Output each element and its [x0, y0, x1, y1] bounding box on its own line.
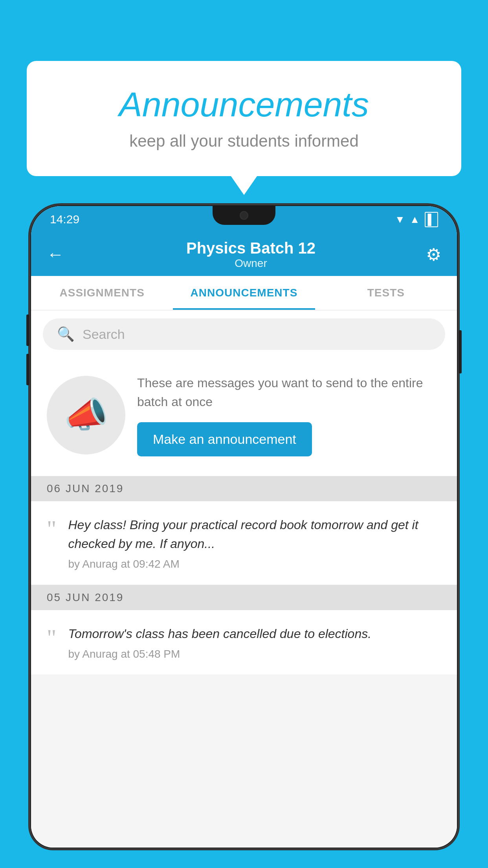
tab-assignments[interactable]: ASSIGNMENTS [31, 276, 173, 310]
tabs-bar: ASSIGNMENTS ANNOUNCEMENTS TESTS [31, 276, 457, 311]
announcement-item-1[interactable]: " Hey class! Bring your practical record… [31, 501, 457, 585]
search-icon: 🔍 [57, 326, 75, 342]
promo-content: These are messages you want to send to t… [137, 373, 441, 456]
announcement-item-2[interactable]: " Tomorrow's class has been cancelled du… [31, 610, 457, 675]
search-input[interactable]: Search [83, 327, 125, 342]
megaphone-icon: 📣 [64, 394, 108, 436]
content-area[interactable]: 🔍 Search 📣 These are messages you want t… [31, 311, 457, 848]
speech-bubble-subtitle: keep all your students informed [58, 132, 430, 151]
notch [213, 206, 275, 225]
status-time: 14:29 [50, 213, 79, 226]
back-button[interactable]: ← [47, 245, 64, 264]
screen-content: 14:29 ▼ ▲ ▌ ← [31, 206, 457, 848]
status-icons: ▼ ▲ ▌ [395, 212, 438, 227]
signal-icon: ▲ [410, 213, 420, 226]
phone-outer: 14:29 ▼ ▲ ▌ ← [29, 204, 459, 849]
promo-card: 📣 These are messages you want to send to… [31, 358, 457, 476]
settings-icon[interactable]: ⚙ [426, 245, 441, 265]
phone-screen: 14:29 ▼ ▲ ▌ ← [31, 206, 457, 848]
announcement-meta-1: by Anurag at 09:42 AM [68, 558, 442, 570]
front-camera [240, 211, 248, 220]
power-button [459, 330, 462, 373]
announcement-message-1: Hey class! Bring your practical record b… [68, 515, 442, 553]
announcement-content-2: Tomorrow's class has been cancelled due … [68, 624, 442, 660]
quote-icon-2: " [47, 626, 57, 660]
announcement-message-2: Tomorrow's class has been cancelled due … [68, 624, 442, 643]
quote-icon-1: " [47, 517, 57, 570]
announcement-content-1: Hey class! Bring your practical record b… [68, 515, 442, 570]
announcement-meta-2: by Anurag at 05:48 PM [68, 648, 442, 660]
volume-up-button [26, 314, 29, 346]
app-bar-title: Physics Batch 12 [76, 239, 426, 257]
date-label-1: 06 JUN 2019 [47, 482, 124, 495]
app-bar-subtitle: Owner [76, 257, 426, 270]
date-label-2: 05 JUN 2019 [47, 591, 124, 603]
app-bar-title-group: Physics Batch 12 Owner [76, 239, 426, 270]
battery-icon: ▌ [425, 212, 438, 227]
wifi-icon: ▼ [395, 213, 405, 226]
tab-announcements[interactable]: ANNOUNCEMENTS [173, 276, 315, 310]
make-announcement-button[interactable]: Make an announcement [137, 422, 312, 456]
date-separator-1: 06 JUN 2019 [31, 476, 457, 501]
status-bar: 14:29 ▼ ▲ ▌ [31, 206, 457, 233]
tab-tests[interactable]: TESTS [315, 276, 457, 310]
promo-description: These are messages you want to send to t… [137, 373, 441, 411]
promo-icon-circle: 📣 [47, 376, 125, 454]
app-bar: ← Physics Batch 12 Owner ⚙ [31, 233, 457, 276]
phone-mockup: 14:29 ▼ ▲ ▌ ← [29, 204, 459, 868]
search-bar[interactable]: 🔍 Search [43, 318, 445, 350]
speech-bubble-card: Announcements keep all your students inf… [27, 61, 461, 176]
volume-down-button [26, 354, 29, 385]
date-separator-2: 05 JUN 2019 [31, 585, 457, 610]
search-bar-section: 🔍 Search [31, 311, 457, 358]
speech-bubble-section: Announcements keep all your students inf… [27, 61, 461, 176]
speech-bubble-title: Announcements [58, 85, 430, 125]
